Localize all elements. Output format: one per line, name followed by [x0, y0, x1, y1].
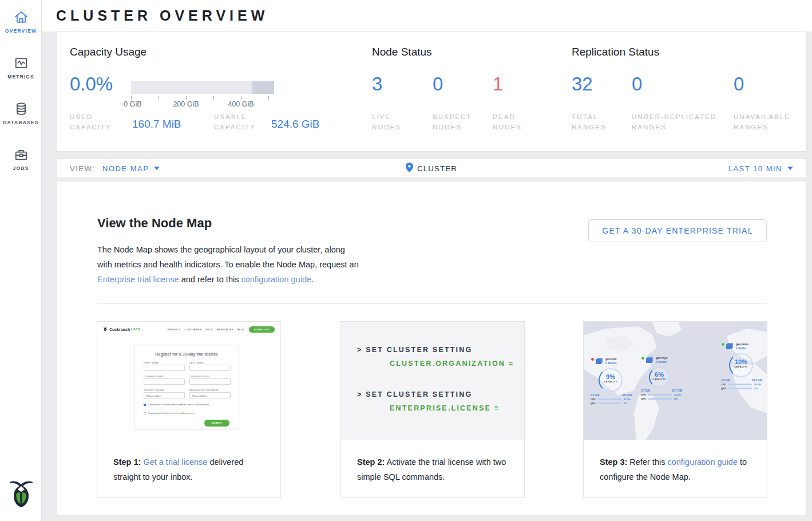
- locality-node-count: 2 Nodes: [605, 361, 616, 365]
- locality-callout-nyc: geo=nyc 2 Nodes 6% CAPACITY 3.7 GiB 65.7…: [641, 356, 694, 400]
- map-pin-icon: [406, 163, 413, 175]
- mini-nav-resources: RESOURCES: [217, 328, 233, 331]
- storage-used: 3.2 GiB: [591, 394, 600, 397]
- sql-arg-line: ENTERPRISE.LICENSE =: [390, 404, 500, 412]
- step2-label: Step 2:: [357, 457, 385, 467]
- axis-tick: [131, 96, 132, 100]
- license-agree-checkbox: [144, 412, 146, 415]
- qps-label: QPS: [641, 397, 648, 400]
- divider: [97, 303, 767, 304]
- storage-range: 3.2 GiB 351 GiB: [591, 394, 632, 397]
- under-replicated-label: UNDER-REPLICATED RANGES: [632, 112, 729, 132]
- sidebar-item-databases[interactable]: DATABASES: [0, 101, 42, 125]
- description-text: .: [311, 275, 314, 284]
- mini-nav-docs: DOCS: [205, 328, 213, 331]
- nodes-cube-icon: [596, 359, 601, 364]
- configuration-guide-link-step3[interactable]: configuration guide: [667, 457, 738, 467]
- sql-commands-preview: > SET CLUSTER SETTING CLUSTER.ORGANIZATI…: [341, 322, 524, 440]
- description-text: and refer to this: [179, 275, 241, 284]
- mini-nav-blog: BLOG: [237, 328, 245, 331]
- replication-status-title: Replication Status: [572, 46, 659, 58]
- node-map-placeholder-panel: View the Node Map The Node Map shows the…: [56, 181, 807, 515]
- qps-label: QPS: [721, 387, 728, 390]
- sidebar-label: OVERVIEW: [0, 28, 42, 34]
- locality-name: geo=nyc: [656, 356, 667, 360]
- capacity-percent: 9%: [600, 373, 621, 380]
- capacity-percent: 10%: [730, 358, 752, 365]
- capacity-caption: CAPACITY: [730, 365, 752, 368]
- cpu-sparkline: [728, 384, 752, 385]
- used-capacity-value: 160.7 MiB: [132, 118, 181, 131]
- cpu-label: CPU: [721, 383, 728, 386]
- capacity-caption: CAPACITY: [600, 380, 621, 383]
- cluster-overview-page: OVERVIEW METRICS DATABASES: [0, 0, 812, 521]
- step3-pre: Refer this: [627, 457, 667, 467]
- usable-capacity-value: 524.6 GiB: [271, 118, 320, 131]
- field-label: COMPANY NAME: [144, 376, 164, 378]
- qps-row: QPS 4.4: [721, 387, 766, 390]
- node-map-section-title: View the Node Map: [97, 216, 212, 231]
- company-email-input: [189, 378, 231, 385]
- step3-card: geo=sfo 2 Nodes 9% CAPACITY 3.2 GiB 351 …: [583, 321, 767, 498]
- storage-total: 351 GiB: [622, 394, 632, 397]
- mini-form-title: Register for a 30-day trial license: [134, 352, 239, 357]
- capacity-ring: 10% CAPACITY: [729, 353, 753, 377]
- used-capacity-label: USED CAPACITY: [70, 112, 127, 132]
- locality-node-count: 1 Node: [736, 346, 746, 350]
- step3-label: Step 3:: [600, 457, 627, 467]
- axis-tick: [268, 96, 269, 100]
- total-ranges-count: 32: [572, 74, 593, 94]
- mini-site-navbar: Cockroach LABS PRODUCT CUSTOMERS DOCS RE…: [97, 322, 280, 337]
- sidebar-item-overview[interactable]: OVERVIEW: [0, 10, 42, 34]
- enterprise-trial-button[interactable]: GET A 30-DAY ENTERPRISE TRIAL: [588, 219, 767, 242]
- trial-license-page-preview: Cockroach LABS PRODUCT CUSTOMERS DOCS RE…: [97, 322, 280, 440]
- get-trial-license-link[interactable]: Get a trial license: [143, 457, 207, 467]
- axis-tick: [186, 96, 187, 100]
- step3-caption: Step 3: Refer this configuration guide t…: [600, 455, 752, 484]
- suspect-nodes-label: SUSPECT NODES: [433, 112, 484, 132]
- email-updates-text: I would like to receive email updates ab…: [148, 403, 209, 406]
- axis-tick-label: 400 GiB: [228, 100, 253, 108]
- sql-prompt-line: > SET CLUSTER SETTING: [357, 346, 472, 354]
- database-icon: [0, 101, 42, 116]
- capacity-usage-title: Capacity Usage: [70, 46, 146, 58]
- step1-card: Cockroach LABS PRODUCT CUSTOMERS DOCS RE…: [97, 321, 281, 498]
- qps-label: QPS: [591, 402, 597, 405]
- time-range-dropdown[interactable]: LAST 10 MIN: [728, 164, 793, 173]
- capacity-caption: CAPACITY: [650, 378, 668, 381]
- page-title: CLUSTER OVERVIEW: [56, 7, 268, 24]
- software-license-link: Software License Agreement.: [163, 412, 195, 415]
- cockroach-labs-logo-icon: [103, 326, 108, 332]
- capacity-bar-nonusable-segment: [252, 81, 274, 94]
- under-replicated-count: 0: [632, 74, 642, 94]
- unavailable-ranges-count: 0: [734, 74, 744, 94]
- configuration-guide-link[interactable]: configuration guide: [241, 275, 311, 284]
- dead-nodes-count: 1: [493, 74, 503, 94]
- last-name-input: [189, 365, 231, 371]
- license-agree-text: I agree to the Software License Agreemen…: [148, 412, 195, 415]
- mini-nav-product: PRODUCT: [168, 328, 181, 331]
- trial-registration-form: Register for a 30-day trial license FIRS…: [134, 345, 239, 429]
- nodes-cube-icon: [646, 358, 652, 363]
- axis-tick: [213, 96, 214, 100]
- cpu-sparkline: [648, 394, 672, 396]
- live-nodes-label: LIVE NODES: [372, 112, 412, 132]
- cpu-value: 11.0%: [624, 398, 631, 401]
- axis-tick: [159, 96, 159, 100]
- capacity-usage-bar: [131, 81, 274, 94]
- cluster-summary-panel: Capacity Usage 0.0% 0 GiB 200 GiB 400 Gi…: [56, 31, 807, 152]
- license-agree-pre: I agree to the: [148, 412, 163, 415]
- cpu-value: 58.3%: [754, 383, 761, 386]
- storage-total: 65.7 GiB: [672, 389, 682, 392]
- project-phase-select: Please Select: [144, 392, 185, 398]
- cpu-row: CPU 58.3%: [721, 383, 766, 386]
- nodes-cube-icon: [726, 344, 732, 349]
- breadcrumb-cluster[interactable]: CLUSTER: [417, 164, 457, 173]
- sidebar-item-jobs[interactable]: JOBS: [0, 147, 42, 171]
- field-label: FIRST NAME: [144, 362, 159, 364]
- enterprise-trial-license-link[interactable]: Enterprise trial license: [97, 275, 179, 284]
- cpu-label: CPU: [591, 398, 597, 401]
- cpu-sparkline: [597, 398, 621, 400]
- sidebar-item-metrics[interactable]: METRICS: [0, 56, 42, 80]
- unavailable-ranges-label: UNAVAILABLE RANGES: [734, 112, 808, 132]
